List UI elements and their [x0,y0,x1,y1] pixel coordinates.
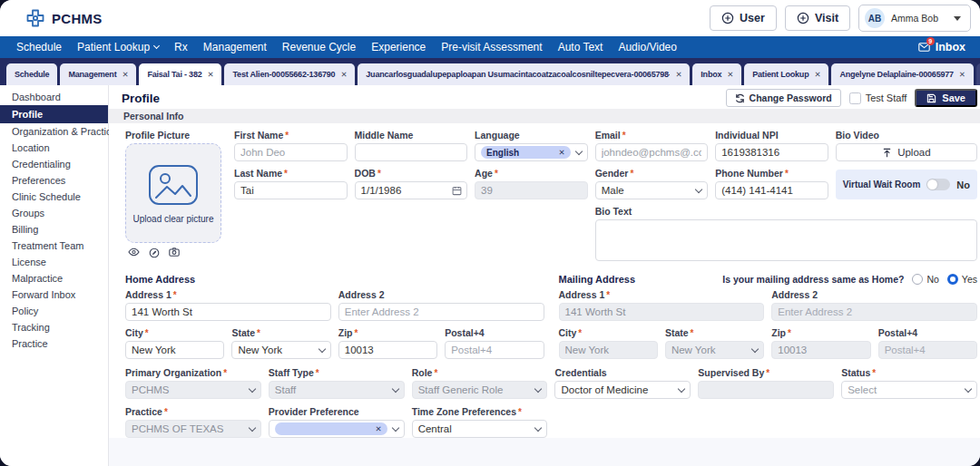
close-icon[interactable]: ✕ [675,70,681,79]
same-as-home-no-option[interactable]: No [912,274,938,285]
tab-partial[interactable]: ✕ [976,63,980,85]
sidebar-item-organization-practice[interactable]: Organization & Practice [0,123,108,140]
home-address-title: Home Address [125,274,195,285]
close-icon[interactable]: ✕ [122,70,128,79]
sidebar-item-practice[interactable]: Practice [0,335,108,352]
tab-inbox[interactable]: Inbox✕ [692,63,741,85]
sidebar-item-billing[interactable]: Billing [0,221,108,238]
calendar-icon[interactable] [452,186,462,196]
close-icon[interactable]: ✕ [727,70,733,79]
select-value: Central [418,423,531,434]
sidebar-item-profile[interactable]: Profile [0,105,108,123]
upload-icon [882,148,892,158]
close-icon[interactable]: ✕ [376,424,382,433]
change-password-button[interactable]: Change Password [726,89,841,107]
radio-no[interactable] [912,274,923,285]
view-picture-button[interactable] [128,248,140,258]
provider-preference-select[interactable]: ✕ [269,420,405,438]
profile-picture-dropzone[interactable]: Upload clear picture [125,143,221,243]
virtual-wait-room-toggle[interactable] [926,179,950,190]
tab-label: Inbox [701,70,721,79]
tab-faisal-tai[interactable]: Faisal Tai - 382✕ [139,63,221,85]
save-button[interactable]: Save [915,89,977,107]
radio-yes[interactable] [947,274,958,285]
nav-previsit-assessment[interactable]: Pre-visit Assessment [441,41,542,53]
sidebar-item-forward-inbox[interactable]: Forward Inbox [0,286,108,303]
tab-juancarlos[interactable]: Juancarlosguadalupepaploapan Usumacintac… [358,63,690,85]
nav-auto-text[interactable]: Auto Text [558,41,603,53]
staff-type-field: Staff Type Staff [269,368,405,399]
tab-label: Angelyne Delaplaine-00065977 [839,70,953,79]
home-address1-input[interactable] [125,303,331,321]
nav-audio-video[interactable]: Audio/Video [618,41,677,53]
nav-schedule[interactable]: Schedule [16,41,62,53]
close-icon[interactable]: ✕ [814,70,820,79]
home-state-field: State New York [231,328,330,359]
home-zip-input[interactable] [338,341,437,359]
sidebar-item-policy[interactable]: Policy [0,303,108,319]
timezone-select[interactable]: Central [412,420,548,438]
sidebar-item-malpractice[interactable]: Malpractice [0,270,108,286]
middle-name-input[interactable] [355,143,468,161]
bio-text-input[interactable] [595,219,977,261]
home-state-select[interactable]: New York [231,341,330,359]
close-icon[interactable]: ✕ [959,70,965,79]
status-select[interactable]: Select [841,381,977,399]
home-postal4-field: Postal+4 [445,328,544,359]
home-postal4-input[interactable] [445,341,544,359]
add-visit-button[interactable]: Visit [785,5,850,31]
dob-input[interactable] [355,181,468,199]
individual-npi-input[interactable] [715,143,828,161]
field-label: Role [412,368,548,378]
close-icon[interactable]: ✕ [559,148,565,157]
nav-experience[interactable]: Experience [371,41,426,53]
sidebar-item-clinic-schedule[interactable]: Clinic Schedule [0,189,108,205]
sidebar-item-groups[interactable]: Groups [0,205,108,221]
close-icon[interactable]: ✕ [208,70,214,79]
same-as-home-yes-option[interactable]: Yes [947,274,977,285]
test-staff-toggle[interactable]: Test Staff [849,92,907,104]
first-name-input[interactable] [234,143,348,161]
gender-select[interactable]: Male [595,181,709,199]
sync-icon [735,93,745,103]
chevron-down-icon [534,384,542,392]
nav-rx[interactable]: Rx [174,41,188,53]
bio-video-upload-button[interactable]: Upload [836,143,977,161]
sidebar-item-dashboard[interactable]: Dashboard [0,89,108,105]
sidebar-item-location[interactable]: Location [0,140,108,156]
language-select[interactable]: English✕ [475,143,588,161]
tab-test-alien[interactable]: Test Alien-00055662-136790✕ [224,63,355,85]
sidebar-item-credentialing[interactable]: Credentialing [0,156,108,172]
sidebar-item-license[interactable]: License [0,254,108,270]
camera-button[interactable] [169,248,180,258]
tab-label: Faisal Tai - 382 [147,70,201,79]
test-staff-checkbox[interactable] [849,92,861,104]
sidebar-item-tracking[interactable]: Tracking [0,319,108,335]
close-icon[interactable]: ✕ [340,70,347,79]
tab-management[interactable]: Management✕ [60,63,136,85]
field-label: DOB [355,169,468,179]
nav-revenue-cycle[interactable]: Revenue Cycle [282,41,356,53]
pchms-logo-icon [25,8,45,28]
nav-patient-lookup[interactable]: Patient Lookup [77,41,159,53]
add-user-button[interactable]: User [710,5,777,31]
email-input[interactable] [595,143,709,161]
nav-inbox[interactable]: 9 Inbox [918,41,965,53]
sidebar-item-treatment-team[interactable]: Treatment Team [0,238,108,254]
tab-patient-lookup[interactable]: Patient Lookup✕ [744,63,828,85]
nav-management[interactable]: Management [203,41,267,53]
account-menu[interactable]: AB Amma Bob [858,5,971,32]
main-nav: Schedule Patient Lookup Rx Management Re… [0,36,980,58]
sidebar-item-preferences[interactable]: Preferences [0,172,108,189]
tab-angelyne[interactable]: Angelyne Delaplaine-00065977✕ [831,63,973,85]
mailing-postal4-field: Postal+4 [878,328,977,359]
home-city-input[interactable] [125,341,224,359]
phone-number-input[interactable] [715,181,828,199]
credentials-select[interactable]: Doctor of Medicine [554,381,691,399]
edit-picture-button[interactable] [149,248,160,258]
last-name-input[interactable] [234,181,348,199]
toggle-state-label: No [956,180,970,190]
home-address2-input[interactable] [338,303,544,321]
tab-schedule[interactable]: Schedule [6,63,57,85]
chevron-down-icon [954,16,961,21]
